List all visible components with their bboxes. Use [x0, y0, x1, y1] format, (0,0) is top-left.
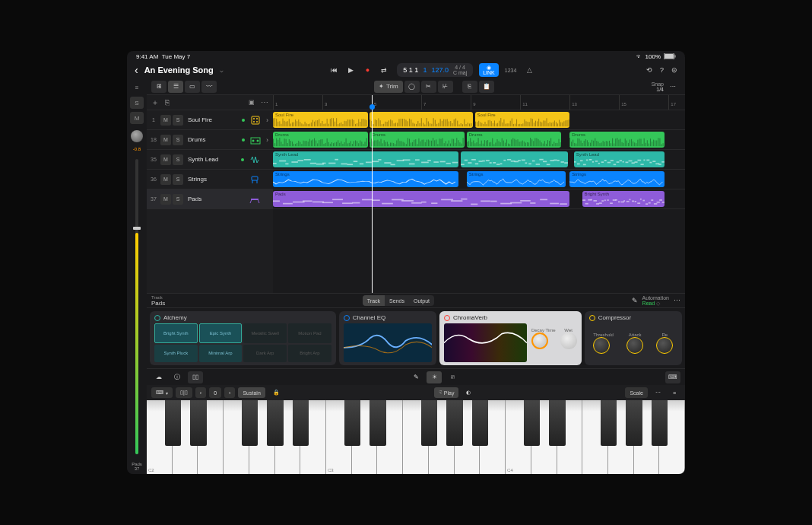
black-key[interactable] [293, 400, 309, 446]
tab-output[interactable]: Output [409, 295, 434, 306]
keyboard-view-button[interactable]: ⌨ [665, 371, 680, 383]
region[interactable] [461, 151, 568, 167]
solo-button[interactable]: S [173, 135, 183, 145]
black-key[interactable] [370, 400, 385, 446]
plugin-channel-eq[interactable]: Channel EQ [339, 311, 436, 365]
scissors-tool[interactable]: ✂ [421, 81, 436, 93]
play-button[interactable]: ▶ [344, 63, 357, 77]
decay-knob[interactable] [531, 332, 548, 349]
track-header[interactable]: 35 M S Synth Lead [147, 150, 273, 170]
join-tool[interactable]: ⊬ [438, 81, 453, 93]
count-in[interactable]: 1234 [505, 68, 517, 73]
alchemy-preset[interactable]: Epic Synth [199, 323, 243, 343]
octave-down-button[interactable]: ‹ [195, 387, 206, 398]
paste-tool[interactable]: 📋 [479, 81, 494, 93]
alchemy-preset[interactable]: Synth Pluck [154, 345, 198, 363]
kb-mode-button[interactable]: ⌨ ▾ [151, 387, 173, 398]
project-title[interactable]: An Evening Song [144, 65, 214, 75]
record-enable-icon[interactable] [242, 119, 245, 122]
trim-tool[interactable]: ✦ Trim [374, 81, 403, 93]
track-stack-button[interactable]: ⎘ [165, 98, 170, 107]
loop-tool[interactable]: ◯ [404, 81, 420, 93]
black-key[interactable] [165, 400, 181, 446]
mute-button[interactable]: M [160, 194, 171, 205]
alchemy-preset[interactable]: Bright Synth [154, 323, 198, 343]
region[interactable]: Synth Lead [574, 151, 665, 167]
solo-master[interactable]: S [130, 97, 144, 109]
help-button[interactable]: ? [660, 66, 664, 74]
region[interactable]: Drums [370, 132, 465, 148]
lcd-display[interactable]: 5 1 1 1 127.0 4 / 4C maj [397, 63, 473, 77]
region[interactable]: Synth Lead [273, 151, 458, 167]
cycle-button[interactable]: ⇄ [377, 63, 391, 77]
black-key[interactable] [472, 400, 488, 446]
view-automation-button[interactable]: 〰 [201, 81, 217, 93]
settings-button[interactable]: ⊝ [671, 66, 677, 74]
track-header[interactable]: 18 M S Drums › [147, 130, 273, 150]
playhead[interactable] [372, 95, 373, 293]
power-icon[interactable] [589, 315, 595, 321]
add-track-button[interactable]: ＋ [151, 97, 159, 108]
info-button[interactable]: ⓘ [170, 371, 185, 383]
record-enable-icon[interactable] [241, 158, 244, 161]
mute-button[interactable]: M [160, 115, 171, 126]
tab-track[interactable]: Track [363, 295, 385, 306]
solo-button[interactable]: S [173, 115, 183, 126]
black-key[interactable] [601, 400, 617, 446]
disclosure-icon[interactable]: › [263, 116, 271, 124]
back-button[interactable]: ‹ [135, 64, 138, 76]
black-key[interactable] [190, 400, 206, 446]
black-key[interactable] [652, 400, 668, 446]
region[interactable]: Strings [273, 171, 458, 187]
threshold-knob[interactable] [593, 337, 610, 354]
kb-more-button[interactable]: ⋯ [651, 387, 665, 398]
pencil-button[interactable]: ✎ [408, 371, 423, 383]
link-button[interactable]: ◉LINK [479, 63, 499, 77]
black-key[interactable] [549, 400, 565, 446]
plugin-chromaverb[interactable]: ChromaVerb Decay Time Wet [439, 311, 582, 365]
edit-icon[interactable]: ✎ [632, 297, 638, 304]
plugin-alchemy[interactable]: Alchemy Bright Synth Epic Synth Metallic… [150, 311, 336, 365]
mute-button[interactable]: M [160, 174, 171, 185]
view-grid-button[interactable]: ⊞ [151, 81, 167, 93]
wet-knob[interactable] [560, 332, 577, 349]
lock-button[interactable]: 🔒 [268, 387, 284, 398]
rewind-button[interactable]: ⏮ [327, 63, 341, 77]
black-key[interactable] [421, 400, 437, 446]
camera-button[interactable]: ▣ [249, 99, 255, 106]
piano-keyboard[interactable]: C2C3C4 [147, 400, 685, 474]
panel-button[interactable]: ▯▯ [188, 371, 203, 383]
black-key[interactable] [267, 400, 283, 446]
black-key[interactable] [626, 400, 642, 446]
sidebar-toggle[interactable]: ≡ [130, 81, 144, 94]
track-header[interactable]: 37 M S Pads [147, 189, 273, 209]
black-key[interactable] [344, 400, 360, 446]
region[interactable]: Soul Fire [273, 112, 368, 128]
more-button[interactable]: ⋯ [665, 81, 680, 93]
octave-up-button[interactable]: › [224, 387, 235, 398]
power-icon[interactable] [444, 315, 450, 321]
alchemy-preset[interactable]: Minimal Arp [199, 345, 243, 363]
copy-tool[interactable]: ⎘ [462, 81, 477, 93]
undo-button[interactable]: ⟲ [646, 66, 652, 74]
region[interactable]: Drums [569, 132, 665, 148]
play-mode-button[interactable]: ☟ Play [434, 387, 459, 398]
kb-split-button[interactable]: ▯|▯ [176, 387, 192, 398]
region[interactable]: Drums [467, 132, 562, 148]
black-key[interactable] [242, 400, 258, 446]
metronome-button[interactable]: △ [522, 63, 536, 77]
record-button[interactable]: ● [360, 63, 374, 77]
brightness-button[interactable]: ☀ [427, 371, 442, 383]
region[interactable]: Bright Synth [582, 191, 665, 207]
solo-button[interactable]: S [173, 194, 183, 205]
attack-knob[interactable] [626, 337, 643, 354]
dropdown-icon[interactable]: ⌵ [220, 67, 224, 74]
snap-setting[interactable]: Snap1/4 [652, 81, 664, 92]
alchemy-preset[interactable]: Metallic Swell [243, 323, 287, 343]
mixer-more-button[interactable]: ⋯ [674, 297, 680, 304]
track-header[interactable]: 1 M S Soul Fire › [147, 110, 273, 130]
alchemy-preset[interactable]: Bright Arp [288, 345, 331, 363]
release-knob[interactable] [656, 337, 673, 354]
volume-fader[interactable] [135, 159, 138, 454]
glissando-button[interactable]: ◐ [462, 387, 475, 398]
